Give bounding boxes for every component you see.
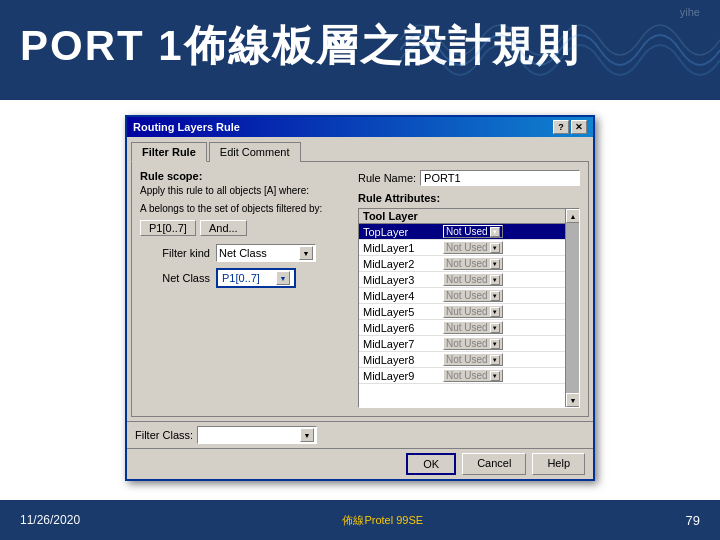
col-header-layer: Tool Layer xyxy=(363,210,443,222)
layer-dropdown[interactable]: Not Used▼ xyxy=(443,337,503,350)
close-icon-btn[interactable]: ✕ xyxy=(571,120,587,134)
net-class-row: Net Class P1[0..7] ▼ xyxy=(140,268,350,288)
rule-name-row: Rule Name: xyxy=(358,170,580,186)
layer-row[interactable]: MidLayer6Nut Used▼ xyxy=(359,320,579,336)
ok-button[interactable]: OK xyxy=(406,453,456,475)
layers-container[interactable]: Tool Layer TopLayerNot Used▼MidLayer1Not… xyxy=(358,208,580,408)
layer-dropdown-arrow[interactable]: ▼ xyxy=(490,275,500,285)
layer-name: TopLayer xyxy=(363,226,443,238)
layer-name: MidLayer3 xyxy=(363,274,443,286)
dialog-title: Routing Layers Rule xyxy=(133,121,240,133)
layer-row[interactable]: MidLayer2Not Used▼ xyxy=(359,256,579,272)
dialog-body: Rule scope: Apply this rule to all objec… xyxy=(131,161,589,417)
layer-dropdown-arrow[interactable]: ▼ xyxy=(490,355,500,365)
layer-dropdown-arrow[interactable]: ▼ xyxy=(490,291,500,301)
layer-value[interactable]: Not Used▼ xyxy=(443,273,503,286)
rule-name-input[interactable] xyxy=(420,170,580,186)
layer-name: MidLayer9 xyxy=(363,370,443,382)
layer-name: MidLayer2 xyxy=(363,258,443,270)
layer-row[interactable]: MidLayer9Not Used▼ xyxy=(359,368,579,384)
filter-class-select[interactable]: ▼ xyxy=(197,426,317,444)
layer-dropdown-value: Not Used xyxy=(446,274,488,285)
net-class-select[interactable]: P1[0..7] ▼ xyxy=(216,268,296,288)
footer-page: 79 xyxy=(686,513,700,528)
rule-name-label: Rule Name: xyxy=(358,172,416,184)
scrollbar-track[interactable] xyxy=(566,223,579,393)
help-button[interactable]: Help xyxy=(532,453,585,475)
layer-dropdown-value: Not Used xyxy=(446,338,488,349)
layer-dropdown[interactable]: Not Used▼ xyxy=(443,241,503,254)
layer-row[interactable]: MidLayer4Not Used▼ xyxy=(359,288,579,304)
titlebar-buttons: ? ✕ xyxy=(553,120,587,134)
layer-dropdown-value: Not Used xyxy=(446,370,488,381)
layer-dropdown-value: Not Used xyxy=(446,258,488,269)
rule-attrs-label: Rule Attributes: xyxy=(358,192,580,204)
routing-layers-dialog: Routing Layers Rule ? ✕ Filter Rule Edit… xyxy=(125,115,595,481)
layer-name: MidLayer7 xyxy=(363,338,443,350)
layer-name: MidLayer4 xyxy=(363,290,443,302)
help-icon-btn[interactable]: ? xyxy=(553,120,569,134)
filter-kind-arrow[interactable]: ▼ xyxy=(299,246,313,260)
dialog-footer: OK Cancel Help xyxy=(127,448,593,479)
slide-content: Routing Layers Rule ? ✕ Filter Rule Edit… xyxy=(0,100,720,500)
layer-row[interactable]: MidLayer1Not Used▼ xyxy=(359,240,579,256)
layers-header: Tool Layer xyxy=(359,209,579,224)
filter-class-row: Filter Class: ▼ xyxy=(127,421,593,448)
layer-value[interactable]: Not Used▼ xyxy=(443,289,503,302)
layer-dropdown-arrow[interactable]: ▼ xyxy=(490,323,500,333)
layer-value[interactable]: Nut Used▼ xyxy=(443,321,503,334)
layer-dropdown[interactable]: Not Used▼ xyxy=(443,273,503,286)
layer-value[interactable]: Not Used▼ xyxy=(443,369,503,382)
left-panel: Rule scope: Apply this rule to all objec… xyxy=(140,170,350,408)
filter-class-arrow[interactable]: ▼ xyxy=(300,428,314,442)
filter-kind-value: Net Class xyxy=(219,247,267,259)
tab-edit-comment[interactable]: Edit Comment xyxy=(209,142,301,162)
cancel-button[interactable]: Cancel xyxy=(462,453,526,475)
net-class-label: Net Class xyxy=(140,272,210,284)
layer-row[interactable]: MidLayer8Not Used▼ xyxy=(359,352,579,368)
layer-dropdown[interactable]: Not Used▼ xyxy=(443,225,503,238)
tab-filter-rule[interactable]: Filter Rule xyxy=(131,142,207,162)
layer-dropdown-value: Nut Used xyxy=(446,322,488,333)
layer-dropdown-arrow[interactable]: ▼ xyxy=(490,243,500,253)
header-wave-decoration xyxy=(400,0,720,100)
net-class-arrow[interactable]: ▼ xyxy=(276,271,290,285)
slide-footer: 11/26/2020 佈線Protel 99SE 79 xyxy=(0,500,720,540)
layer-value[interactable]: Not Used▼ xyxy=(443,337,503,350)
dialog-titlebar: Routing Layers Rule ? ✕ xyxy=(127,117,593,137)
layer-dropdown-arrow[interactable]: ▼ xyxy=(490,227,500,237)
layer-dropdown-value: Not Used xyxy=(446,242,488,253)
scope-value-btn[interactable]: P1[0..7] xyxy=(140,220,196,236)
layer-dropdown[interactable]: Not Used▼ xyxy=(443,289,503,302)
layer-name: MidLayer8 xyxy=(363,354,443,366)
layers-scrollbar[interactable]: ▲ ▼ xyxy=(565,209,579,407)
layer-row[interactable]: TopLayerNot Used▼ xyxy=(359,224,579,240)
layer-row[interactable]: MidLayer5Nut Used▼ xyxy=(359,304,579,320)
layer-value[interactable]: Not Used▼ xyxy=(443,257,503,270)
layer-dropdown-value: Nut Used xyxy=(446,306,488,317)
layer-dropdown[interactable]: Nut Used▼ xyxy=(443,305,503,318)
layer-row[interactable]: MidLayer3Not Used▼ xyxy=(359,272,579,288)
layer-dropdown[interactable]: Not Used▼ xyxy=(443,353,503,366)
layer-row[interactable]: MidLayer7Not Used▼ xyxy=(359,336,579,352)
layer-value[interactable]: Nut Used▼ xyxy=(443,305,503,318)
layer-dropdown-value: Not Used xyxy=(446,354,488,365)
layer-dropdown-arrow[interactable]: ▼ xyxy=(490,307,500,317)
layer-value[interactable]: Not Used▼ xyxy=(443,353,503,366)
layer-name: MidLayer5 xyxy=(363,306,443,318)
layer-value[interactable]: Not Used▼ xyxy=(443,241,503,254)
layer-dropdown-arrow[interactable]: ▼ xyxy=(490,371,500,381)
layer-value[interactable]: Not Used▼ xyxy=(443,225,503,238)
layer-dropdown-value: Not Used xyxy=(446,226,488,237)
scroll-up-btn[interactable]: ▲ xyxy=(566,209,580,223)
and-btn[interactable]: And... xyxy=(200,220,247,236)
layer-name: MidLayer6 xyxy=(363,322,443,334)
layer-dropdown[interactable]: Not Used▼ xyxy=(443,369,503,382)
layer-dropdown[interactable]: Nut Used▼ xyxy=(443,321,503,334)
filter-kind-select[interactable]: Net Class ▼ xyxy=(216,244,316,262)
layer-dropdown-arrow[interactable]: ▼ xyxy=(490,339,500,349)
layer-dropdown-arrow[interactable]: ▼ xyxy=(490,259,500,269)
rule-scope-label: Rule scope: xyxy=(140,170,350,182)
scroll-down-btn[interactable]: ▼ xyxy=(566,393,580,407)
layer-dropdown[interactable]: Not Used▼ xyxy=(443,257,503,270)
